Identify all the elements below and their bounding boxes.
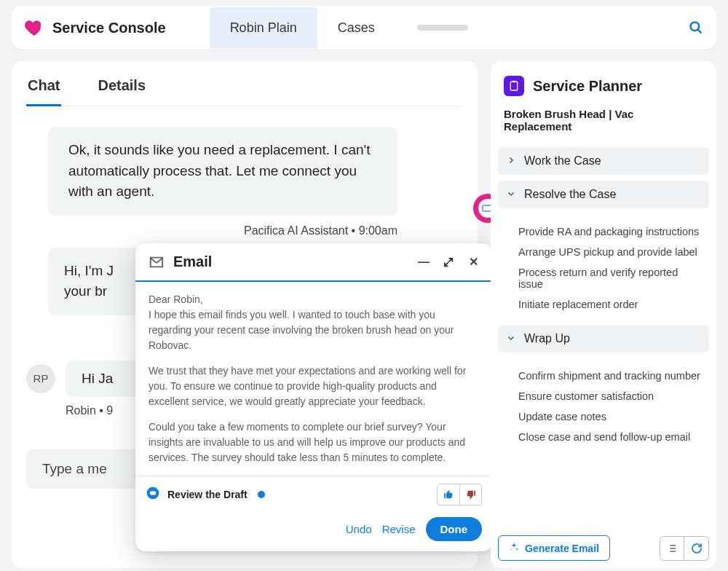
compose-input[interactable]: Type a me: [26, 449, 150, 489]
tab-chat[interactable]: Chat: [26, 73, 61, 106]
service-planner-title: Service Planner: [533, 78, 642, 95]
email-actions: Undo Revise Done: [135, 513, 492, 551]
planner-item[interactable]: Initiate replacement order: [518, 294, 705, 315]
refresh-icon-button[interactable]: [684, 536, 709, 561]
section-label: Work the Case: [524, 154, 601, 168]
email-header: Email — ✕: [135, 243, 492, 282]
customer-avatar: RP: [26, 364, 55, 393]
search-icon[interactable]: [687, 19, 705, 36]
revise-button[interactable]: Revise: [382, 523, 416, 535]
feedback-buttons: [437, 484, 482, 505]
planner-item[interactable]: Ensure customer satisfaction: [518, 386, 705, 406]
planner-item[interactable]: Process return and verify reported issue: [518, 262, 705, 294]
planner-item[interactable]: Arrange UPS pickup and provide label: [518, 242, 705, 262]
chevron-down-icon: [507, 332, 517, 345]
email-popup: Email — ✕ Dear Robin, I hope this email …: [135, 243, 492, 551]
bot-message-meta: Pacifica AI Assistant • 9:00am: [48, 224, 397, 237]
done-button[interactable]: Done: [426, 517, 483, 541]
email-p3: Could you take a few moments to complete…: [149, 420, 479, 465]
bot-message-text: Ok, it sounds like you need a replacemen…: [48, 127, 397, 216]
tab-robin-plain[interactable]: Robin Plain: [210, 7, 317, 49]
thumbs-up-button[interactable]: [438, 484, 459, 505]
email-window-controls: — ✕: [418, 256, 479, 268]
planner-item[interactable]: Close case and send follow-up email: [518, 427, 705, 447]
left-tabs: Chat Details: [26, 73, 463, 106]
svg-rect-4: [510, 82, 517, 90]
app-title: Service Console: [52, 20, 166, 36]
review-draft-label: Review the Draft: [167, 489, 248, 500]
planner-footer: Generate Email: [498, 535, 709, 561]
top-tabs: Robin Plain Cases: [210, 7, 468, 49]
email-p2: We trust that they have met your expecta…: [149, 363, 479, 409]
heart-icon: [23, 17, 45, 39]
agent-message-text: Hi, I'm J your br: [48, 248, 150, 315]
generate-email-button[interactable]: Generate Email: [498, 535, 610, 561]
close-icon[interactable]: ✕: [467, 256, 479, 268]
section-label: Wrap Up: [524, 332, 570, 345]
email-body: Dear Robin, I hope this email finds you …: [135, 282, 492, 476]
generate-email-label: Generate Email: [525, 543, 599, 554]
minimize-icon[interactable]: —: [418, 256, 430, 268]
info-icon[interactable]: [258, 491, 265, 498]
wrapup-items: Confirm shipment and tracking number Ens…: [498, 358, 709, 457]
email-greeting: Dear Robin,: [149, 294, 203, 305]
section-resolve-the-case[interactable]: Resolve the Case: [498, 181, 709, 208]
sparkle-icon: [509, 542, 519, 554]
expand-icon[interactable]: [443, 256, 454, 268]
envelope-icon: [149, 254, 165, 270]
left-panel: Chat Details Ok, it sounds like you need…: [12, 61, 478, 568]
chevron-right-icon: [507, 154, 517, 168]
service-planner-header: Service Planner: [498, 73, 709, 108]
section-label: Resolve the Case: [524, 188, 616, 201]
planner-item[interactable]: Provide RA and packaging instructions: [518, 221, 705, 242]
footer-button-group: [660, 536, 709, 561]
resolve-items: Provide RA and packaging instructions Ar…: [498, 214, 709, 325]
service-planner-subtitle: Broken Brush Head | Vac Replacement: [498, 108, 709, 147]
email-p1: I hope this email finds you well. I want…: [149, 309, 454, 351]
chevron-down-icon: [507, 188, 517, 201]
tab-cases[interactable]: Cases: [317, 7, 395, 49]
service-planner-panel: Service Planner Broken Brush Head | Vac …: [491, 61, 716, 568]
planner-item[interactable]: Confirm shipment and tracking number: [518, 366, 705, 386]
tab-details[interactable]: Details: [96, 73, 147, 106]
undo-button[interactable]: Undo: [346, 523, 372, 535]
svg-line-1: [698, 30, 701, 33]
top-bar: Service Console Robin Plain Cases: [12, 6, 716, 50]
planner-item[interactable]: Update case notes: [518, 406, 705, 427]
einstein-icon: [146, 486, 160, 503]
list-icon-button[interactable]: [660, 536, 684, 561]
thumbs-down-button[interactable]: [459, 484, 481, 505]
email-review-bar: Review the Draft: [135, 476, 492, 513]
svg-rect-3: [150, 492, 156, 495]
clipboard-icon: [504, 76, 524, 96]
section-work-the-case[interactable]: Work the Case: [498, 147, 709, 175]
bot-message-1: Ok, it sounds like you need a replacemen…: [48, 127, 463, 237]
tab-placeholder: [417, 25, 468, 31]
section-wrap-up[interactable]: Wrap Up: [498, 325, 709, 353]
svg-rect-5: [513, 81, 515, 83]
email-title: Email: [173, 253, 212, 270]
